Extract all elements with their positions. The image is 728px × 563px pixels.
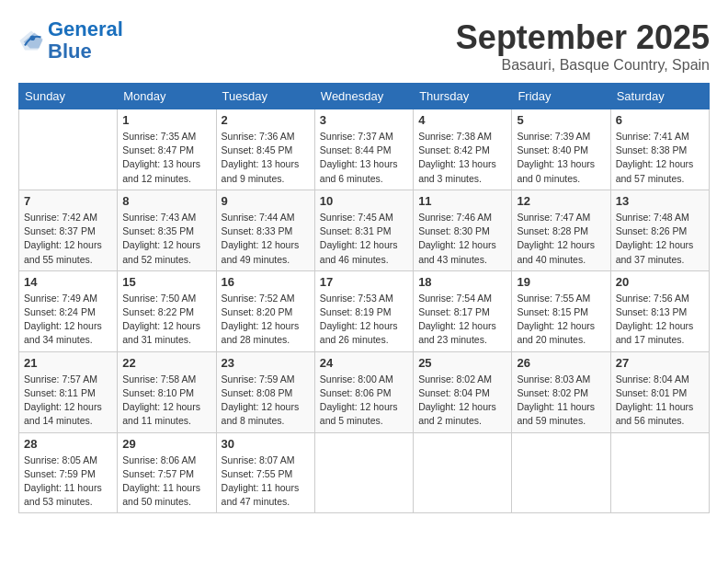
day-info: Sunrise: 7:43 AMSunset: 8:35 PMDaylight:… <box>122 211 210 267</box>
calendar-cell: 7Sunrise: 7:42 AMSunset: 8:37 PMDaylight… <box>19 190 118 270</box>
day-info: Sunrise: 8:00 AMSunset: 8:06 PMDaylight:… <box>320 373 408 429</box>
day-number: 1 <box>122 113 210 127</box>
day-number: 9 <box>222 194 310 208</box>
day-info: Sunrise: 8:06 AMSunset: 7:57 PMDaylight:… <box>122 454 210 510</box>
calendar-cell: 12Sunrise: 7:47 AMSunset: 8:28 PMDayligh… <box>512 190 610 270</box>
day-number: 4 <box>418 113 506 127</box>
calendar-cell <box>610 432 709 513</box>
calendar-cell: 6Sunrise: 7:41 AMSunset: 8:38 PMDaylight… <box>610 109 709 190</box>
calendar-cell: 18Sunrise: 7:54 AMSunset: 8:17 PMDayligh… <box>414 270 512 351</box>
day-number: 28 <box>24 437 112 451</box>
day-number: 23 <box>222 356 310 370</box>
calendar-cell: 30Sunrise: 8:07 AMSunset: 7:55 PMDayligh… <box>216 432 314 513</box>
calendar-cell: 26Sunrise: 8:03 AMSunset: 8:02 PMDayligh… <box>512 351 610 432</box>
day-info: Sunrise: 7:54 AMSunset: 8:17 PMDaylight:… <box>418 292 506 348</box>
day-number: 24 <box>320 356 408 370</box>
day-info: Sunrise: 7:41 AMSunset: 8:38 PMDaylight:… <box>616 130 704 186</box>
header-day-friday: Friday <box>512 84 610 109</box>
calendar-cell: 20Sunrise: 7:56 AMSunset: 8:13 PMDayligh… <box>610 270 709 351</box>
day-number: 29 <box>122 437 210 451</box>
day-number: 27 <box>616 356 704 370</box>
calendar-cell: 15Sunrise: 7:50 AMSunset: 8:22 PMDayligh… <box>118 270 216 351</box>
header-day-sunday: Sunday <box>19 84 118 109</box>
day-number: 22 <box>122 356 210 370</box>
calendar-cell: 9Sunrise: 7:44 AMSunset: 8:33 PMDaylight… <box>216 190 314 270</box>
calendar-cell: 28Sunrise: 8:05 AMSunset: 7:59 PMDayligh… <box>19 432 118 513</box>
header-day-thursday: Thursday <box>414 84 512 109</box>
logo: General Blue <box>18 18 123 63</box>
month-title: September 2025 <box>456 18 710 57</box>
calendar-cell: 8Sunrise: 7:43 AMSunset: 8:35 PMDaylight… <box>118 190 216 270</box>
location-title: Basauri, Basque Country, Spain <box>456 57 710 74</box>
day-info: Sunrise: 7:37 AMSunset: 8:44 PMDaylight:… <box>320 130 408 186</box>
title-area: September 2025 Basauri, Basque Country, … <box>456 18 710 74</box>
day-number: 20 <box>616 275 704 289</box>
calendar-cell: 13Sunrise: 7:48 AMSunset: 8:26 PMDayligh… <box>610 190 709 270</box>
calendar-cell: 16Sunrise: 7:52 AMSunset: 8:20 PMDayligh… <box>216 270 314 351</box>
day-info: Sunrise: 7:59 AMSunset: 8:08 PMDaylight:… <box>222 373 310 429</box>
day-info: Sunrise: 7:45 AMSunset: 8:31 PMDaylight:… <box>320 211 408 267</box>
calendar-cell: 19Sunrise: 7:55 AMSunset: 8:15 PMDayligh… <box>512 270 610 351</box>
logo-text: General Blue <box>48 18 123 63</box>
day-number: 13 <box>616 194 704 208</box>
day-info: Sunrise: 8:07 AMSunset: 7:55 PMDaylight:… <box>222 454 310 510</box>
header-day-tuesday: Tuesday <box>216 84 314 109</box>
day-number: 25 <box>418 356 506 370</box>
calendar-cell: 5Sunrise: 7:39 AMSunset: 8:40 PMDaylight… <box>512 109 610 190</box>
day-info: Sunrise: 7:55 AMSunset: 8:15 PMDaylight:… <box>517 292 605 348</box>
day-number: 12 <box>517 194 605 208</box>
day-number: 16 <box>222 275 310 289</box>
day-info: Sunrise: 7:44 AMSunset: 8:33 PMDaylight:… <box>222 211 310 267</box>
calendar-cell: 27Sunrise: 8:04 AMSunset: 8:01 PMDayligh… <box>610 351 709 432</box>
day-info: Sunrise: 7:57 AMSunset: 8:11 PMDaylight:… <box>24 373 112 429</box>
calendar-cell: 17Sunrise: 7:53 AMSunset: 8:19 PMDayligh… <box>314 270 413 351</box>
week-row-2: 7Sunrise: 7:42 AMSunset: 8:37 PMDaylight… <box>19 190 710 270</box>
day-info: Sunrise: 7:58 AMSunset: 8:10 PMDaylight:… <box>122 373 210 429</box>
day-number: 11 <box>418 194 506 208</box>
day-info: Sunrise: 7:52 AMSunset: 8:20 PMDaylight:… <box>222 292 310 348</box>
week-row-4: 21Sunrise: 7:57 AMSunset: 8:11 PMDayligh… <box>19 351 710 432</box>
day-info: Sunrise: 7:47 AMSunset: 8:28 PMDaylight:… <box>517 211 605 267</box>
day-info: Sunrise: 8:05 AMSunset: 7:59 PMDaylight:… <box>24 454 112 510</box>
page-header: General Blue September 2025 Basauri, Bas… <box>18 18 710 74</box>
day-number: 19 <box>517 275 605 289</box>
calendar-cell: 21Sunrise: 7:57 AMSunset: 8:11 PMDayligh… <box>19 351 118 432</box>
day-info: Sunrise: 7:49 AMSunset: 8:24 PMDaylight:… <box>24 292 112 348</box>
day-number: 2 <box>222 113 310 127</box>
header-day-monday: Monday <box>118 84 216 109</box>
calendar-cell <box>512 432 610 513</box>
day-number: 8 <box>122 194 210 208</box>
calendar-cell <box>314 432 413 513</box>
day-number: 7 <box>24 194 112 208</box>
week-row-3: 14Sunrise: 7:49 AMSunset: 8:24 PMDayligh… <box>19 270 710 351</box>
calendar-cell: 4Sunrise: 7:38 AMSunset: 8:42 PMDaylight… <box>414 109 512 190</box>
day-info: Sunrise: 8:02 AMSunset: 8:04 PMDaylight:… <box>418 373 506 429</box>
day-number: 26 <box>517 356 605 370</box>
calendar-cell: 3Sunrise: 7:37 AMSunset: 8:44 PMDaylight… <box>314 109 413 190</box>
day-number: 14 <box>24 275 112 289</box>
day-info: Sunrise: 8:03 AMSunset: 8:02 PMDaylight:… <box>517 373 605 429</box>
day-number: 18 <box>418 275 506 289</box>
calendar-cell: 14Sunrise: 7:49 AMSunset: 8:24 PMDayligh… <box>19 270 118 351</box>
calendar-body: 1Sunrise: 7:35 AMSunset: 8:47 PMDaylight… <box>19 109 710 513</box>
day-number: 10 <box>320 194 408 208</box>
day-number: 15 <box>122 275 210 289</box>
day-number: 3 <box>320 113 408 127</box>
logo-icon <box>18 28 44 53</box>
day-info: Sunrise: 8:04 AMSunset: 8:01 PMDaylight:… <box>616 373 704 429</box>
day-info: Sunrise: 7:50 AMSunset: 8:22 PMDaylight:… <box>122 292 210 348</box>
day-info: Sunrise: 7:46 AMSunset: 8:30 PMDaylight:… <box>418 211 506 267</box>
svg-point-3 <box>30 36 36 41</box>
header-row: SundayMondayTuesdayWednesdayThursdayFrid… <box>19 84 710 109</box>
day-number: 21 <box>24 356 112 370</box>
calendar-cell: 10Sunrise: 7:45 AMSunset: 8:31 PMDayligh… <box>314 190 413 270</box>
calendar-cell <box>19 109 118 190</box>
calendar-table: SundayMondayTuesdayWednesdayThursdayFrid… <box>18 83 710 513</box>
week-row-1: 1Sunrise: 7:35 AMSunset: 8:47 PMDaylight… <box>19 109 710 190</box>
day-number: 5 <box>517 113 605 127</box>
calendar-cell <box>414 432 512 513</box>
calendar-cell: 24Sunrise: 8:00 AMSunset: 8:06 PMDayligh… <box>314 351 413 432</box>
day-info: Sunrise: 7:35 AMSunset: 8:47 PMDaylight:… <box>122 130 210 186</box>
calendar-header: SundayMondayTuesdayWednesdayThursdayFrid… <box>19 84 710 109</box>
day-info: Sunrise: 7:39 AMSunset: 8:40 PMDaylight:… <box>517 130 605 186</box>
